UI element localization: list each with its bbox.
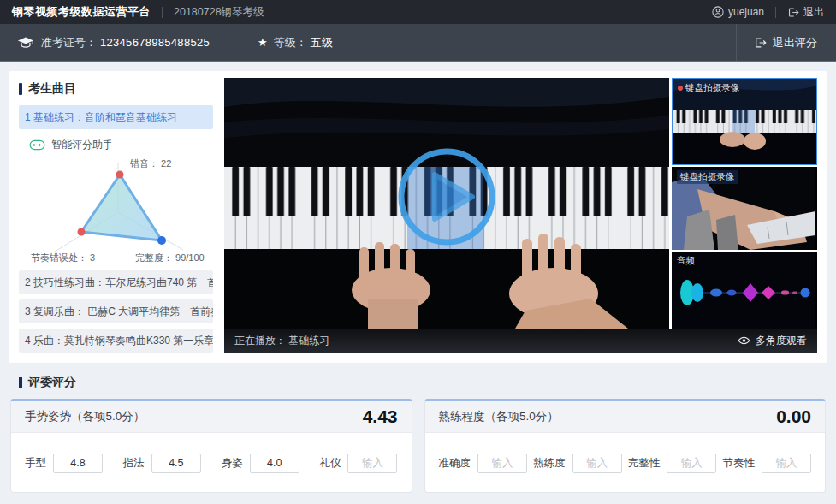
thumb1-label-text: 键盘拍摄录像 bbox=[685, 82, 739, 94]
field-accuracy: 准确度 bbox=[439, 454, 528, 473]
rhythm-input[interactable] bbox=[762, 454, 811, 473]
exit-icon bbox=[787, 7, 799, 18]
field-proficiency: 熟练度 bbox=[533, 454, 622, 473]
song-section-header: 考生曲目 bbox=[19, 81, 213, 97]
main-panel: 考生曲目 1 基础练习：音阶和琶音基础练习 智能评分助手 bbox=[9, 71, 827, 363]
proficiency-input[interactable] bbox=[572, 454, 622, 473]
radar-chart: 错音： 22 节奏错误处： 3 完整度： 99/100 bbox=[19, 156, 213, 264]
field-fingering: 指法 bbox=[123, 454, 201, 473]
etiquette-label: 礼仪 bbox=[319, 456, 341, 471]
field-rhythm: 节奏性 bbox=[722, 454, 811, 473]
accuracy-input[interactable] bbox=[477, 454, 527, 473]
hand-shape-label: 手型 bbox=[25, 456, 46, 471]
logout-button[interactable]: 退出 bbox=[787, 5, 824, 20]
gesture-card-header: 手势姿势（各项5.0分） 4.43 bbox=[11, 401, 412, 433]
navbar-divider bbox=[162, 7, 163, 18]
song-item-1[interactable]: 1 基础练习：音阶和琶音基础练习 bbox=[19, 105, 213, 129]
ticket-number: 12345678985488525 bbox=[100, 36, 210, 49]
fingering-input[interactable] bbox=[151, 454, 201, 473]
completeness-input[interactable] bbox=[667, 454, 716, 473]
section-accent-bar bbox=[19, 83, 22, 95]
user-menu[interactable]: yuejuan bbox=[712, 6, 764, 18]
field-hand-shape: 手型 bbox=[25, 454, 103, 473]
fingering-label: 指法 bbox=[123, 456, 145, 471]
completeness-label: 完整性 bbox=[628, 456, 661, 471]
star-icon: ★ bbox=[258, 36, 268, 49]
song-item-3[interactable]: 3 复调乐曲： 巴赫C 大调平均律第一首前奏曲 bbox=[19, 299, 213, 323]
proficiency-card-score: 0.00 bbox=[776, 406, 811, 427]
assistant-capsule-icon bbox=[29, 139, 45, 151]
video-region: 键盘拍摄录像 键 bbox=[224, 78, 817, 353]
radar-label-rhythm-errors: 节奏错误处： 3 bbox=[31, 252, 95, 264]
scoring-section-title: 评委评分 bbox=[28, 375, 76, 390]
level-group: ★ 等级： 五级 bbox=[258, 35, 333, 50]
proficiency-card-header: 熟练程度（各项5.0分） 0.00 bbox=[425, 401, 826, 433]
logout-label: 退出 bbox=[803, 5, 824, 20]
play-button[interactable] bbox=[396, 146, 497, 251]
eye-icon bbox=[738, 336, 750, 345]
thumb2-label-text: 键盘拍摄录像 bbox=[680, 171, 734, 183]
navbar-right: yuejuan 退出 bbox=[712, 5, 824, 20]
posture-label: 身姿 bbox=[222, 456, 243, 471]
graduation-cap-icon bbox=[17, 36, 34, 49]
proficiency-card-title: 熟练程度（各项5.0分） bbox=[439, 409, 559, 424]
now-playing-text: 正在播放： 基础练习 bbox=[234, 334, 329, 348]
exit-scoring-icon bbox=[754, 37, 767, 49]
exam-info-bar: 准考证号： 12345678985488525 ★ 等级： 五级 退出评分 bbox=[0, 24, 836, 62]
section-accent-bar-2 bbox=[19, 377, 22, 388]
user-icon bbox=[712, 6, 724, 18]
thumb2-label: 键盘拍摄录像 bbox=[677, 170, 738, 184]
hand-shape-input[interactable] bbox=[53, 454, 103, 473]
navbar-divider-2 bbox=[775, 7, 776, 18]
accuracy-label: 准确度 bbox=[439, 456, 471, 471]
rhythm-label: 节奏性 bbox=[722, 456, 755, 471]
recording-dot-icon bbox=[678, 86, 683, 91]
proficiency-card: 熟练程度（各项5.0分） 0.00 准确度 熟练度 完整性 节奏性 bbox=[424, 399, 827, 493]
gesture-card-body: 手型 指法 身姿 礼仪 bbox=[11, 433, 412, 493]
song-section-title: 考生曲目 bbox=[28, 81, 76, 97]
audio-label: 音频 bbox=[677, 255, 695, 267]
top-navbar: 钢琴视频考级数据运营平台 20180728钢琴考级 yuejuan 退出 bbox=[0, 0, 836, 24]
username: yuejuan bbox=[728, 6, 764, 18]
thumbnail-column: 键盘拍摄录像 键 bbox=[672, 78, 817, 329]
level-value: 五级 bbox=[311, 35, 334, 50]
proficiency-label: 熟练度 bbox=[533, 456, 566, 471]
main-video-player[interactable] bbox=[224, 78, 669, 329]
field-etiquette: 礼仪 bbox=[319, 454, 397, 473]
field-completeness: 完整性 bbox=[628, 454, 717, 473]
song-item-2[interactable]: 2 技巧性练习曲：车尔尼练习曲740 第一首 bbox=[19, 270, 213, 294]
level-label: 等级： bbox=[274, 35, 307, 50]
gesture-card-title: 手势姿势（各项5.0分） bbox=[25, 409, 145, 424]
posture-input[interactable] bbox=[250, 454, 299, 473]
session-title: 20180728钢琴考级 bbox=[174, 5, 264, 20]
radar-label-completeness: 完整度： 99/100 bbox=[135, 252, 205, 264]
ticket-group: 准考证号： 12345678985488525 bbox=[17, 35, 210, 50]
field-posture: 身姿 bbox=[222, 454, 299, 473]
multi-angle-label: 多角度观看 bbox=[756, 334, 807, 348]
assistant-label: 智能评分助手 bbox=[51, 138, 113, 152]
ticket-label: 准考证号： bbox=[41, 35, 97, 50]
scoring-section-header: 评委评分 bbox=[19, 375, 836, 390]
scoring-cards: 手势姿势（各项5.0分） 4.43 手型 指法 身姿 礼仪 熟练程度 bbox=[10, 399, 826, 493]
thumb1-label: 键盘拍摄录像 bbox=[678, 82, 739, 94]
gesture-card-score: 4.43 bbox=[363, 406, 398, 427]
song-list-panel: 考生曲目 1 基础练习：音阶和琶音基础练习 智能评分助手 bbox=[19, 78, 213, 353]
app-title: 钢琴视频考级数据运营平台 bbox=[12, 4, 151, 20]
song-item-4[interactable]: 4 乐曲：莫扎特钢琴奏鸣曲K330 第一乐章 bbox=[19, 329, 213, 353]
multi-angle-button[interactable]: 多角度观看 bbox=[738, 334, 807, 348]
player-status-bar: 正在播放： 基础练习 多角度观看 bbox=[224, 329, 817, 353]
radar-label-wrong-notes: 错音： 22 bbox=[130, 157, 171, 170]
radar-chart-svg bbox=[19, 156, 213, 264]
thumbnail-audio[interactable]: 音频 bbox=[672, 252, 817, 329]
etiquette-input[interactable] bbox=[347, 454, 397, 473]
thumbnail-keyboard-cam-2[interactable]: 键盘拍摄录像 bbox=[672, 167, 817, 250]
proficiency-card-body: 准确度 熟练度 完整性 节奏性 bbox=[425, 433, 826, 493]
exit-scoring-button[interactable]: 退出评分 bbox=[736, 24, 836, 61]
smart-score-assistant[interactable]: 智能评分助手 bbox=[29, 138, 213, 152]
audio-label-text: 音频 bbox=[677, 255, 695, 267]
exit-scoring-label: 退出评分 bbox=[773, 35, 817, 50]
thumbnail-keyboard-cam-1[interactable]: 键盘拍摄录像 bbox=[672, 78, 817, 165]
gesture-posture-card: 手势姿势（各项5.0分） 4.43 手型 指法 身姿 礼仪 bbox=[10, 399, 412, 493]
